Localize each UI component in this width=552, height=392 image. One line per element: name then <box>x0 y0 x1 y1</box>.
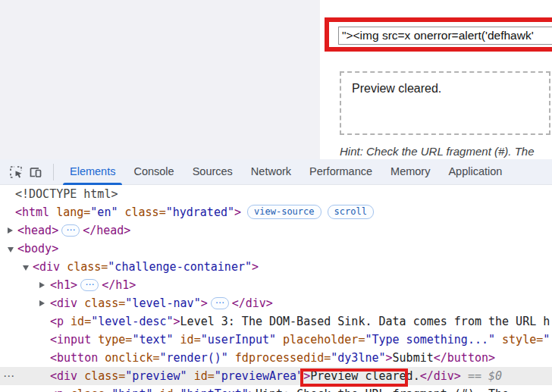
token-tag: </div> <box>232 296 273 310</box>
tab-sources[interactable]: Sources <box>183 159 242 185</box>
token-val: "hydrated" <box>166 205 234 219</box>
token-attr: onclick= <box>98 351 159 365</box>
token-val: "preview" <box>125 369 187 383</box>
token-val: "hintText" <box>180 387 249 392</box>
devtools-panel: ElementsConsoleSourcesNetworkPerformance… <box>0 159 552 392</box>
token-text: Level 3: The DOM-Based Sink. Data comes … <box>180 315 550 328</box>
dom-row-h1[interactable]: <h1>⋯</h1> <box>0 276 552 294</box>
token-tag: <p <box>50 315 64 328</box>
token-text: Hint: Check the URL fragment (#). The <box>256 387 509 392</box>
token-tag: <head> <box>17 224 58 237</box>
token-tag: <div <box>50 296 77 310</box>
inline-expand-icon[interactable]: ⋯ <box>211 297 229 309</box>
dom-row-code: <!DOCTYPE html> <box>0 185 118 203</box>
twisty-collapsed-icon[interactable] <box>8 227 13 234</box>
token-val: "text" <box>132 333 173 347</box>
token-tag: > <box>303 369 310 383</box>
dom-row-code: <h1>⋯</h1> <box>0 276 136 294</box>
token-val: "level-nav" <box>125 296 200 310</box>
user-input-field[interactable] <box>338 27 552 45</box>
dom-row-code: <p class="hint" id="hintText">Hint: Chec… <box>0 385 509 392</box>
token-tag: <h1> <box>50 278 77 292</box>
token-val: "Type something..." <box>365 333 495 347</box>
token-attr: placeholder= <box>276 333 365 347</box>
dom-row-code: <button onclick="render()" fdprocessedid… <box>0 349 495 367</box>
token-tag: </head> <box>83 224 130 237</box>
dom-tree: <!DOCTYPE html><html lang="en" class="hy… <box>0 185 552 392</box>
token-eq: == $0 <box>461 369 502 383</box>
token-text: Preview cleared. <box>310 369 420 383</box>
inline-expand-icon[interactable]: ⋯ <box>61 224 80 237</box>
token-text: Submit <box>393 351 434 365</box>
preview-area: Preview cleared. <box>340 71 550 135</box>
token-attr: id= <box>187 369 215 383</box>
devtools-tabbar: ElementsConsoleSourcesNetworkPerformance… <box>0 159 552 185</box>
tab-network[interactable]: Network <box>242 159 300 185</box>
devtools-tabbar-tabs: ElementsConsoleSourcesNetworkPerformance… <box>61 159 511 185</box>
token-tag: </button> <box>434 351 495 365</box>
token-tag: > <box>201 296 208 310</box>
token-attr: class= <box>77 296 125 310</box>
dom-row-doctype[interactable]: <!DOCTYPE html> <box>0 185 552 203</box>
dom-row-button-submit[interactable]: <button onclick="render()" fdprocessedid… <box>0 349 552 367</box>
token-val: "en" <box>90 205 118 219</box>
dom-row-p-hintText[interactable]: <p class="hint" id="hintText">Hint: Chec… <box>0 385 552 392</box>
token-val: "hint" <box>111 387 152 392</box>
token-tag: <input <box>50 333 91 347</box>
token-tag: <div <box>50 369 77 383</box>
dom-row-input-userInput[interactable]: <input type="text" id="userInput" placeh… <box>0 331 552 349</box>
twisty-collapsed-icon[interactable] <box>39 300 45 306</box>
token-attr: class= <box>77 369 125 383</box>
screenshot-root: { "page": { "xss_input": { "value": "\">… <box>0 0 552 392</box>
token-tag: <button <box>50 351 98 365</box>
token-attr: type= <box>91 333 132 347</box>
token-tag: </div> <box>420 369 461 383</box>
dom-row-div-level-nav[interactable]: <div class="level-nav">⋯</div> <box>0 294 552 312</box>
dom-row-p-level-desc[interactable]: <p id="level-desc">Level 3: The DOM-Base… <box>0 312 552 331</box>
token-attr: lang= <box>49 205 90 219</box>
token-tag: <body> <box>17 242 58 256</box>
row-overflow-menu-icon[interactable]: ⋯ <box>3 367 15 385</box>
twisty-collapsed-icon[interactable] <box>39 282 45 288</box>
dom-row-div-challenge-container[interactable]: <div class="challenge-container"> <box>0 258 552 276</box>
inline-expand-icon[interactable]: ⋯ <box>80 279 99 291</box>
token-attr: fdprocessedid= <box>228 351 331 365</box>
tab-elements[interactable]: Elements <box>61 159 124 185</box>
dom-row-code: <html lang="en" class="hydrated">view-so… <box>0 203 374 221</box>
tab-console[interactable]: Console <box>124 159 183 185</box>
tab-performance[interactable]: Performance <box>300 159 381 185</box>
token-attr: id= <box>174 333 201 347</box>
badge-view-source[interactable]: view-source <box>247 205 321 219</box>
tab-memory[interactable]: Memory <box>381 159 439 185</box>
token-tag: > <box>252 260 259 274</box>
dom-row-html[interactable]: <html lang="en" class="hydrated">view-so… <box>0 203 552 221</box>
inspect-element-icon[interactable] <box>6 162 26 182</box>
token-tag: > <box>234 205 241 219</box>
dom-row-div-previewArea[interactable]: ⋯<div class="preview" id="previewArea">P… <box>0 367 552 385</box>
token-val: "dy3lne" <box>331 351 385 365</box>
dom-row-code: <div class="challenge-container"> <box>0 258 259 276</box>
token-tag: > <box>249 387 256 392</box>
token-attr: class= <box>118 205 165 219</box>
dom-row-code: <div class="preview" id="previewArea">Pr… <box>0 367 502 385</box>
token-val: "level-desc" <box>91 315 173 328</box>
token-tag: <html <box>15 205 49 219</box>
token-attr: class= <box>60 260 108 274</box>
token-attr: style= <box>495 333 543 347</box>
dom-row-code: <head>⋯</head> <box>0 221 130 240</box>
preview-text: Preview cleared. <box>352 82 549 96</box>
token-val: " <box>543 333 550 347</box>
tab-application[interactable]: Application <box>439 159 511 185</box>
dom-row-head[interactable]: <head>⋯</head> <box>0 221 552 240</box>
dom-row-code: <input type="text" id="userInput" placeh… <box>0 331 550 349</box>
token-tag: > <box>174 315 180 328</box>
twisty-expanded-icon[interactable] <box>8 247 14 252</box>
token-attr: class= <box>64 387 111 392</box>
device-toolbar-icon[interactable] <box>26 162 45 182</box>
token-val: "userInput" <box>201 333 276 347</box>
badge-scroll[interactable]: scroll <box>328 205 374 219</box>
token-val: "previewArea" <box>215 369 303 383</box>
token-plain: <!DOCTYPE html> <box>15 187 118 201</box>
twisty-expanded-icon[interactable] <box>23 265 29 271</box>
dom-row-body[interactable]: <body> <box>0 240 552 258</box>
